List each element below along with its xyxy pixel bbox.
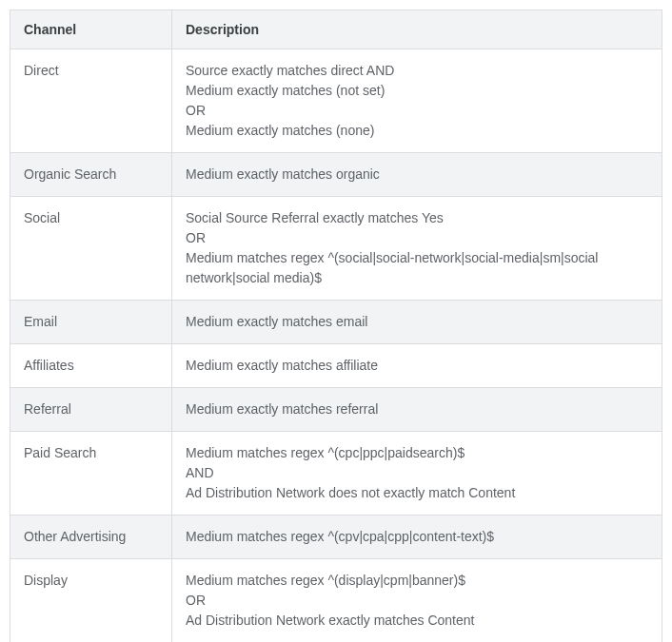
description-line: AND	[186, 463, 648, 483]
channel-definitions-table: Channel Description DirectSource exactly…	[10, 10, 662, 642]
cell-description: Medium matches regex ^(cpv|cpa|cpp|conte…	[172, 516, 662, 559]
description-line: Medium exactly matches (not set)	[186, 81, 648, 101]
description-line: Medium matches regex ^(cpc|ppc|paidsearc…	[186, 443, 648, 463]
table-row: DirectSource exactly matches direct ANDM…	[10, 49, 662, 153]
description-line: Medium exactly matches referral	[186, 399, 648, 419]
cell-description: Social Source Referral exactly matches Y…	[172, 197, 662, 301]
cell-description: Medium exactly matches affiliate	[172, 344, 662, 388]
cell-channel: Direct	[10, 49, 172, 153]
description-line: Social Source Referral exactly matches Y…	[186, 208, 648, 228]
table-row: Other AdvertisingMedium matches regex ^(…	[10, 516, 662, 559]
table-row: EmailMedium exactly matches email	[10, 301, 662, 344]
description-line: Medium matches regex ^(social|social-net…	[186, 248, 648, 288]
table-row: Paid SearchMedium matches regex ^(cpc|pp…	[10, 432, 662, 516]
cell-channel: Affiliates	[10, 344, 172, 388]
cell-description: Medium exactly matches email	[172, 301, 662, 344]
header-description: Description	[172, 10, 662, 49]
description-line: Medium matches regex ^(display|cpm|banne…	[186, 571, 648, 591]
cell-channel: Email	[10, 301, 172, 344]
table-row: SocialSocial Source Referral exactly mat…	[10, 197, 662, 301]
cell-channel: Organic Search	[10, 153, 172, 197]
description-line: Ad Distribution Network exactly matches …	[186, 611, 648, 631]
description-line: OR	[186, 101, 648, 121]
header-channel: Channel	[10, 10, 172, 49]
table-row: ReferralMedium exactly matches referral	[10, 388, 662, 432]
cell-description: Medium matches regex ^(display|cpm|banne…	[172, 559, 662, 643]
cell-channel: Social	[10, 197, 172, 301]
cell-channel: Other Advertising	[10, 516, 172, 559]
description-line: OR	[186, 228, 648, 248]
table-row: AffiliatesMedium exactly matches affilia…	[10, 344, 662, 388]
description-line: OR	[186, 591, 648, 611]
cell-channel: Paid Search	[10, 432, 172, 516]
cell-description: Medium exactly matches organic	[172, 153, 662, 197]
table-header-row: Channel Description	[10, 10, 662, 49]
cell-description: Source exactly matches direct ANDMedium …	[172, 49, 662, 153]
description-line: Medium exactly matches organic	[186, 165, 648, 185]
description-line: Medium matches regex ^(cpv|cpa|cpp|conte…	[186, 527, 648, 547]
table-row: Organic SearchMedium exactly matches org…	[10, 153, 662, 197]
description-line: Medium exactly matches (none)	[186, 121, 648, 141]
table-body: DirectSource exactly matches direct ANDM…	[10, 49, 662, 643]
description-line: Source exactly matches direct AND	[186, 61, 648, 81]
cell-channel: Display	[10, 559, 172, 643]
table-row: DisplayMedium matches regex ^(display|cp…	[10, 559, 662, 643]
description-line: Medium exactly matches email	[186, 312, 648, 332]
description-line: Medium exactly matches affiliate	[186, 356, 648, 376]
cell-description: Medium exactly matches referral	[172, 388, 662, 432]
description-line: Ad Distribution Network does not exactly…	[186, 483, 648, 503]
cell-channel: Referral	[10, 388, 172, 432]
cell-description: Medium matches regex ^(cpc|ppc|paidsearc…	[172, 432, 662, 516]
